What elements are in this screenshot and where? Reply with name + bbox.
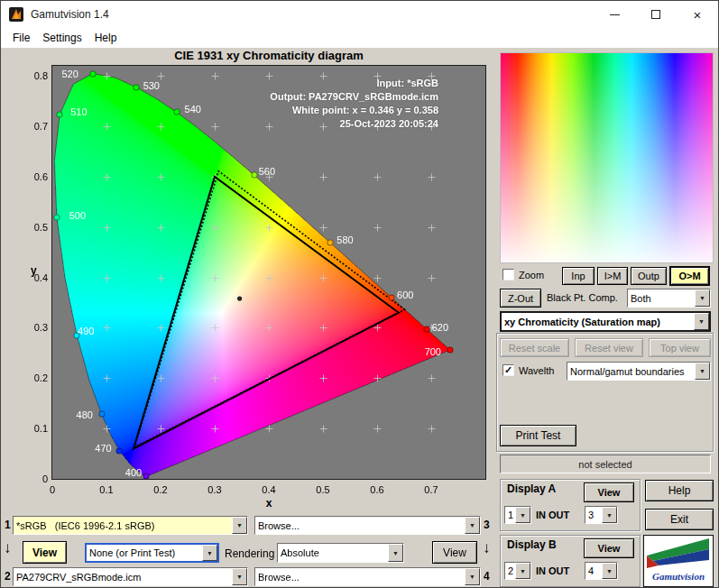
- display-b-out-dropdown[interactable]: 4 ▼: [585, 562, 618, 580]
- help-button[interactable]: Help: [645, 480, 714, 501]
- wavelength-label-560: 560: [259, 166, 275, 177]
- x-tick-0.1: 0.1: [99, 484, 113, 495]
- input-profile-dropdown[interactable]: *sRGB (IEC6 1996-2.1 sRGB) ▼: [13, 516, 248, 535]
- y-tick-0.3: 0.3: [19, 322, 48, 333]
- wavelength-dot-510: [57, 111, 63, 117]
- wavelength-checkbox[interactable]: ✓: [502, 364, 514, 376]
- outp-button[interactable]: Outp: [631, 267, 667, 285]
- display-b-in-dropdown[interactable]: 2 ▼: [504, 562, 531, 580]
- display-a-out-dropdown[interactable]: 3 ▼: [585, 506, 618, 524]
- inp-button[interactable]: Inp: [562, 267, 595, 285]
- intent-value: None (or Print Test): [87, 545, 202, 561]
- wavelength-label-620: 620: [432, 322, 448, 333]
- wavelength-label-600: 600: [397, 289, 413, 300]
- wavelength-dot-520: [89, 70, 96, 77]
- slot-3-number: 3: [484, 519, 490, 531]
- wavelength-label-470: 470: [95, 443, 111, 454]
- black-pt-comp-dropdown[interactable]: Both ▼: [627, 289, 711, 308]
- wavelength-label-540: 540: [185, 104, 201, 115]
- app-window: Gamutvision 1.4 × File Settings Help CIE…: [0, 0, 719, 588]
- display-b-inout-label: IN OUT: [536, 565, 569, 576]
- zout-button[interactable]: Z-Out: [500, 289, 541, 308]
- wavelength-dot-470: [116, 447, 123, 454]
- display-b-out-value: 4: [585, 563, 602, 579]
- menubar: File Settings Help: [1, 28, 718, 48]
- slot-1-number: 1: [5, 519, 11, 531]
- maximize-button[interactable]: [635, 1, 677, 28]
- y-tick-0.8: 0.8: [19, 70, 48, 81]
- window-controls: ×: [594, 1, 718, 28]
- input-browse-dropdown[interactable]: Browse... ▼: [254, 516, 481, 535]
- flow-down-arrow-left-icon: ↓: [4, 539, 12, 557]
- reset-scale-button[interactable]: Reset scale: [500, 338, 569, 357]
- view-output-button[interactable]: View: [432, 541, 477, 564]
- y-tick-0.7: 0.7: [19, 121, 48, 132]
- chevron-down-icon[interactable]: ▼: [515, 563, 530, 579]
- menu-settings[interactable]: Settings: [36, 30, 88, 46]
- intent-dropdown[interactable]: None (or Print Test) ▼: [85, 543, 219, 563]
- chevron-down-icon[interactable]: ▼: [202, 545, 217, 561]
- display-a-in-value: 1: [505, 507, 515, 523]
- display-b-in-value: 2: [505, 563, 515, 579]
- boundaries-dropdown[interactable]: Normal/gamut boundaries ▼: [567, 362, 711, 381]
- menu-help[interactable]: Help: [88, 30, 124, 46]
- chevron-down-icon[interactable]: ▼: [232, 568, 247, 585]
- gamutvision-logo: Gamutvision: [643, 535, 714, 587]
- output-profile-dropdown[interactable]: PA279CRV_sRGBmode.icm ▼: [13, 567, 248, 586]
- y-tick-0.1: 0.1: [19, 423, 48, 434]
- display-a-view-button[interactable]: View: [584, 482, 634, 502]
- wavelength-label-580: 580: [336, 234, 353, 245]
- exit-button[interactable]: Exit: [645, 509, 714, 530]
- top-view-button[interactable]: Top view: [649, 338, 711, 357]
- plot-overlay-line-3: White point: x = 0.346 y = 0.358: [270, 104, 438, 117]
- chevron-down-icon[interactable]: ▼: [602, 507, 617, 523]
- wavelength-label-510: 510: [70, 106, 87, 117]
- rendering-intent-dropdown[interactable]: Absolute ▼: [277, 543, 404, 563]
- print-test-button[interactable]: Print Test: [500, 425, 576, 446]
- wavelength-dot-700: [447, 347, 453, 354]
- chevron-down-icon[interactable]: ▼: [694, 313, 709, 330]
- display-b-title: Display B: [507, 538, 557, 551]
- input-profile-value: *sRGB (IEC6 1996-2.1 sRGB): [14, 517, 232, 534]
- chevron-down-icon[interactable]: ▼: [465, 568, 480, 585]
- chevron-down-icon[interactable]: ▼: [388, 544, 403, 562]
- close-button[interactable]: ×: [677, 1, 718, 28]
- boundaries-value: Normal/gamut boundaries: [567, 363, 695, 380]
- display-b-view-button[interactable]: View: [584, 538, 634, 558]
- input-to-monitor-button[interactable]: I>M: [597, 267, 628, 285]
- wavelength-label-400: 400: [125, 467, 142, 478]
- display-a-out-value: 3: [585, 507, 602, 523]
- output-browse-dropdown[interactable]: Browse... ▼: [254, 567, 481, 586]
- output-browse-value: Browse...: [255, 568, 465, 585]
- wavelength-dot-560: [251, 172, 257, 179]
- y-tick-0: 0: [19, 473, 48, 484]
- wavelength-label-700: 700: [425, 346, 441, 357]
- reset-view-button[interactable]: Reset view: [575, 338, 643, 357]
- display-a-in-dropdown[interactable]: 1 ▼: [504, 506, 531, 524]
- wavelength-label: Wavelth: [519, 365, 554, 376]
- view-mode-dropdown[interactable]: xy Chromaticity (Saturation map) ▼: [500, 311, 711, 332]
- minimize-button[interactable]: [594, 1, 635, 28]
- output-to-monitor-button[interactable]: O>M: [669, 266, 710, 286]
- saturation-map-image: [500, 52, 714, 263]
- chevron-down-icon[interactable]: ▼: [602, 563, 617, 579]
- x-tick-0.3: 0.3: [207, 484, 221, 495]
- view-input-button[interactable]: View: [23, 541, 67, 564]
- chevron-down-icon[interactable]: ▼: [465, 517, 480, 534]
- chevron-down-icon[interactable]: ▼: [695, 289, 710, 307]
- chevron-down-icon[interactable]: ▼: [232, 517, 247, 534]
- display-a-title: Display A: [507, 482, 556, 495]
- plot-overlay-line-2: Output: PA279CRV_sRGBmode.icm: [270, 90, 438, 104]
- chromaticity-plot: 5205305105405605806006207005004904804704…: [51, 65, 486, 480]
- y-tick-0.4: 0.4: [19, 272, 48, 283]
- wavelength-dot-480: [98, 411, 105, 418]
- chevron-down-icon[interactable]: ▼: [515, 507, 530, 523]
- menu-file[interactable]: File: [6, 30, 36, 46]
- input-browse-value: Browse...: [255, 517, 465, 534]
- chevron-down-icon[interactable]: ▼: [695, 363, 710, 380]
- wavelength-label-520: 520: [61, 69, 78, 79]
- rendering-intent-value: Absolute: [278, 544, 388, 562]
- black-pt-comp-label: Black Pt. Comp.: [547, 292, 618, 303]
- x-tick-0.6: 0.6: [370, 484, 383, 495]
- zoom-checkbox[interactable]: [502, 269, 514, 280]
